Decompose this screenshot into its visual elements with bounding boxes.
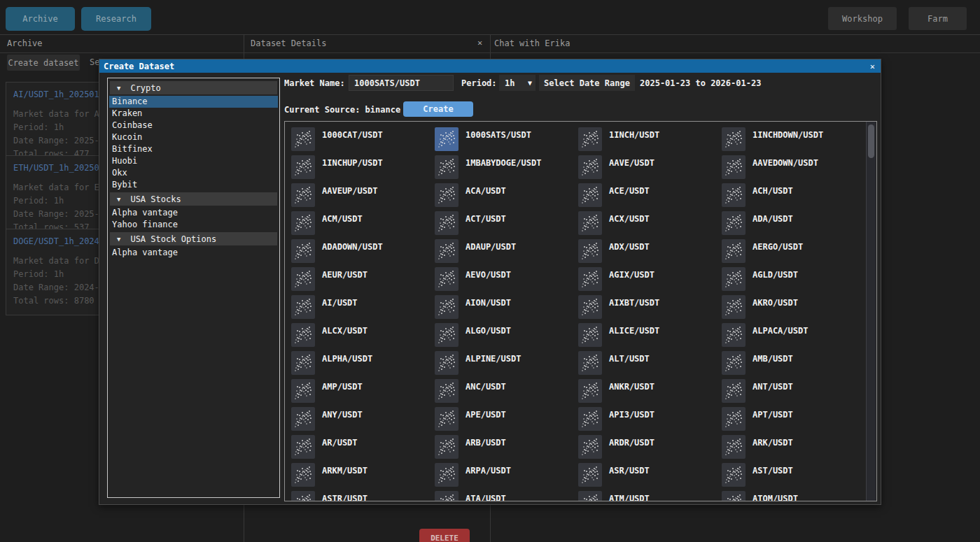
market-item[interactable]: ARPA/USDT: [435, 463, 575, 488]
tree-item-bybit[interactable]: Bybit: [109, 179, 278, 191]
market-item[interactable]: ARDR/USDT: [578, 435, 718, 460]
market-item[interactable]: AIXBT/USDT: [578, 295, 718, 320]
mini-chart-icon: [435, 183, 458, 207]
tree-section-crypto[interactable]: ▼Crypto: [110, 81, 277, 94]
create-button[interactable]: Create: [403, 101, 473, 117]
market-item[interactable]: ARKM/USDT: [291, 463, 431, 488]
period-dropdown[interactable]: 1h ▼: [499, 75, 536, 91]
market-item[interactable]: AAVEDOWN/USDT: [722, 155, 862, 180]
market-item[interactable]: AMP/USDT: [291, 379, 431, 404]
market-item[interactable]: AST/USDT: [722, 463, 862, 488]
tree-item-yahoo-finance[interactable]: Yahoo finance: [109, 219, 278, 231]
workshop-nav-button[interactable]: Workshop: [828, 7, 897, 30]
close-icon[interactable]: ✕: [477, 38, 482, 48]
market-item[interactable]: APT/USDT: [722, 407, 862, 432]
market-item[interactable]: AMB/USDT: [722, 351, 862, 376]
market-item[interactable]: AKRO/USDT: [722, 295, 862, 320]
market-item[interactable]: ANT/USDT: [722, 379, 862, 404]
market-item[interactable]: AAVE/USDT: [578, 155, 718, 180]
market-item[interactable]: 1INCHDOWN/USDT: [722, 127, 862, 152]
tree-item-bitfinex[interactable]: Bitfinex: [109, 143, 278, 155]
market-item[interactable]: 1000CAT/USDT: [291, 127, 431, 152]
mini-chart-icon: [722, 183, 746, 207]
market-item[interactable]: ADX/USDT: [578, 239, 718, 264]
market-item[interactable]: API3/USDT: [578, 407, 718, 432]
market-item[interactable]: APE/USDT: [435, 407, 575, 432]
tree-item-binance[interactable]: Binance: [109, 96, 278, 108]
market-item[interactable]: ALICE/USDT: [578, 323, 718, 348]
market-item[interactable]: ADA/USDT: [722, 211, 862, 236]
market-item[interactable]: ASTR/USDT: [291, 491, 431, 501]
market-label: AST/USDT: [752, 466, 793, 476]
market-name-label: Market Name:: [284, 78, 345, 88]
mini-chart-icon: [291, 491, 315, 501]
market-item[interactable]: ACM/USDT: [291, 211, 431, 236]
market-item[interactable]: ARB/USDT: [435, 435, 575, 460]
market-item[interactable]: ARK/USDT: [722, 435, 862, 460]
market-item[interactable]: AGIX/USDT: [578, 267, 718, 292]
archive-nav-button[interactable]: Archive: [6, 7, 75, 31]
market-item[interactable]: ALT/USDT: [578, 351, 718, 376]
market-item[interactable]: AERGO/USDT: [722, 239, 862, 264]
market-item[interactable]: 1INCH/USDT: [578, 127, 718, 152]
market-item[interactable]: ADADOWN/USDT: [291, 239, 431, 264]
tree-item-okx[interactable]: Okx: [109, 167, 278, 179]
scrollbar-thumb[interactable]: [868, 124, 874, 158]
tree-section-usa-stock-options[interactable]: ▼USA Stock Options: [110, 232, 277, 245]
market-item[interactable]: AGLD/USDT: [722, 267, 862, 292]
market-name-input[interactable]: [349, 75, 454, 91]
mini-chart-icon: [578, 239, 602, 263]
farm-nav-button[interactable]: Farm: [909, 7, 967, 30]
market-item[interactable]: ANKR/USDT: [578, 379, 718, 404]
market-item[interactable]: ASR/USDT: [578, 463, 718, 488]
market-item[interactable]: AION/USDT: [435, 295, 575, 320]
market-item[interactable]: ALPINE/USDT: [435, 351, 575, 376]
market-item[interactable]: ATOM/USDT: [722, 491, 862, 501]
modal-title-bar[interactable]: Create Dataset ✕: [99, 59, 881, 73]
market-item[interactable]: ATA/USDT: [435, 491, 575, 501]
market-item[interactable]: ATM/USDT: [578, 491, 718, 501]
market-item[interactable]: ACT/USDT: [435, 211, 575, 236]
tree-item-coinbase[interactable]: Coinbase: [109, 120, 278, 131]
close-icon[interactable]: ✕: [870, 62, 875, 71]
mini-chart-icon: [291, 239, 315, 263]
market-item[interactable]: AEUR/USDT: [291, 267, 431, 292]
market-item[interactable]: ACE/USDT: [578, 183, 718, 208]
delete-button[interactable]: DELETE: [419, 529, 470, 542]
market-item[interactable]: 1MBABYDOGE/USDT: [435, 155, 575, 180]
tree-item-alpha-vantage[interactable]: Alpha vantage: [109, 207, 278, 219]
market-item[interactable]: 1INCHUP/USDT: [291, 155, 431, 180]
market-item[interactable]: AR/USDT: [291, 435, 431, 460]
mini-chart-icon: [722, 379, 746, 403]
market-label: ALCX/USDT: [322, 326, 368, 336]
tree-item-kraken[interactable]: Kraken: [109, 108, 278, 120]
market-item[interactable]: ALPHA/USDT: [291, 351, 431, 376]
tree-item-alpha-vantage[interactable]: Alpha vantage: [109, 247, 278, 259]
mini-chart-icon: [291, 267, 315, 291]
chevron-down-icon: ▼: [117, 236, 120, 243]
market-item[interactable]: ALCX/USDT: [291, 323, 431, 348]
market-item[interactable]: ADAUP/USDT: [435, 239, 575, 264]
market-item[interactable]: ACH/USDT: [722, 183, 862, 208]
market-label: ATM/USDT: [609, 494, 650, 501]
market-item[interactable]: ANY/USDT: [291, 407, 431, 432]
market-label: ANC/USDT: [465, 382, 506, 392]
market-item[interactable]: 1000SATS/USDT: [435, 127, 575, 152]
market-item[interactable]: AAVEUP/USDT: [291, 183, 431, 208]
tree-section-usa-stocks[interactable]: ▼USA Stocks: [110, 192, 277, 206]
scrollbar-track[interactable]: [866, 122, 876, 501]
market-item[interactable]: ACA/USDT: [435, 183, 575, 208]
market-item[interactable]: AEVO/USDT: [435, 267, 575, 292]
mini-chart-icon: [435, 379, 458, 403]
market-item[interactable]: ACX/USDT: [578, 211, 718, 236]
market-label: AI/USDT: [322, 298, 358, 308]
create-dataset-button[interactable]: Create dataset: [7, 55, 80, 71]
select-date-range-button[interactable]: Select Date Range: [539, 75, 635, 91]
market-item[interactable]: ANC/USDT: [435, 379, 575, 404]
tree-item-kucoin[interactable]: Kucoin: [109, 131, 278, 143]
market-item[interactable]: ALGO/USDT: [435, 323, 575, 348]
tree-item-huobi[interactable]: Huobi: [109, 155, 278, 167]
research-nav-button[interactable]: Research: [81, 7, 151, 31]
market-item[interactable]: ALPACA/USDT: [722, 323, 862, 348]
market-item[interactable]: AI/USDT: [291, 295, 431, 320]
